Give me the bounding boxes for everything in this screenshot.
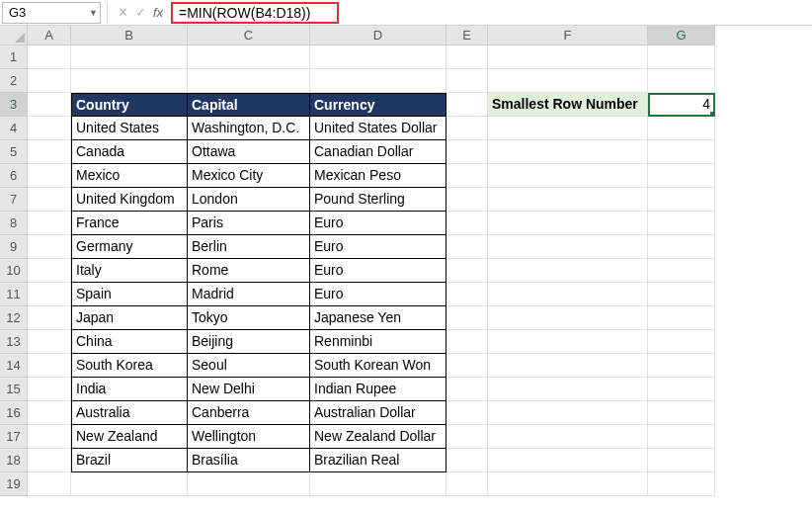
cell-currency-8[interactable]: Japanese Yen — [310, 306, 447, 330]
cell-A[interactable] — [28, 45, 71, 69]
cell-currency-1[interactable]: Canadian Dollar — [310, 140, 447, 164]
cell-currency-9[interactable]: Renminbi — [310, 330, 447, 354]
cell-country-5[interactable]: Germany — [71, 235, 188, 259]
header-capital[interactable]: Capital — [188, 93, 310, 117]
column-header-F[interactable]: F — [488, 26, 648, 45]
cell-F[interactable] — [488, 378, 648, 401]
row-header-1[interactable]: 1 — [0, 45, 28, 69]
cell-capital-8[interactable]: Tokyo — [188, 306, 310, 330]
cell-C[interactable] — [188, 69, 310, 93]
cell-G[interactable] — [648, 235, 715, 259]
cell-country-10[interactable]: South Korea — [71, 354, 188, 378]
cell-E[interactable] — [447, 235, 488, 259]
cell-E[interactable] — [447, 140, 488, 164]
cell-E[interactable] — [447, 425, 488, 449]
cell-A[interactable] — [28, 93, 71, 117]
cell-country-3[interactable]: United Kingdom — [71, 188, 188, 212]
cell-A[interactable] — [28, 401, 71, 425]
cell-country-1[interactable]: Canada — [71, 140, 188, 164]
cell-capital-2[interactable]: Mexico City — [188, 164, 310, 188]
cell-country-12[interactable]: Australia — [71, 401, 188, 425]
header-currency[interactable]: Currency — [310, 93, 447, 117]
cell-G[interactable] — [648, 401, 715, 425]
cell-capital-11[interactable]: New Delhi — [188, 378, 310, 401]
cell-A[interactable] — [28, 212, 71, 235]
cell-B[interactable] — [71, 45, 188, 69]
cell-F[interactable] — [488, 449, 648, 472]
cell-country-7[interactable]: Spain — [71, 283, 188, 306]
cell-country-14[interactable]: Brazil — [71, 449, 188, 472]
cell-E[interactable] — [447, 117, 488, 140]
cell-currency-6[interactable]: Euro — [310, 259, 447, 283]
cell-country-9[interactable]: China — [71, 330, 188, 354]
cell-capital-9[interactable]: Beijing — [188, 330, 310, 354]
cell-G[interactable] — [648, 69, 715, 93]
cell-E[interactable] — [447, 401, 488, 425]
cell-E[interactable] — [447, 306, 488, 330]
cell-G[interactable] — [648, 164, 715, 188]
cell-G[interactable] — [648, 378, 715, 401]
cell-F[interactable] — [488, 69, 648, 93]
cell-F[interactable] — [488, 140, 648, 164]
row-header-9[interactable]: 9 — [0, 235, 28, 259]
row-header-7[interactable]: 7 — [0, 188, 28, 212]
cell-G[interactable] — [648, 45, 715, 69]
cell-B[interactable] — [71, 69, 188, 93]
row-header-18[interactable]: 18 — [0, 449, 28, 472]
cell-C[interactable] — [188, 45, 310, 69]
cell-A[interactable] — [28, 472, 71, 496]
cell-currency-14[interactable]: Brazilian Real — [310, 449, 447, 472]
row-header-11[interactable]: 11 — [0, 283, 28, 306]
cell-D[interactable] — [310, 472, 447, 496]
column-header-C[interactable]: C — [188, 26, 310, 45]
smallest-row-label[interactable]: Smallest Row Number — [488, 93, 648, 117]
cell-capital-6[interactable]: Rome — [188, 259, 310, 283]
cell-A[interactable] — [28, 283, 71, 306]
cell-currency-3[interactable]: Pound Sterling — [310, 188, 447, 212]
cell-capital-3[interactable]: London — [188, 188, 310, 212]
cell-currency-10[interactable]: South Korean Won — [310, 354, 447, 378]
row-header-4[interactable]: 4 — [0, 117, 28, 140]
cell-currency-7[interactable]: Euro — [310, 283, 447, 306]
row-header-12[interactable]: 12 — [0, 306, 28, 330]
cell-country-8[interactable]: Japan — [71, 306, 188, 330]
cell-D[interactable] — [310, 69, 447, 93]
cell-country-4[interactable]: France — [71, 212, 188, 235]
column-header-A[interactable]: A — [28, 26, 71, 45]
cell-G[interactable] — [648, 188, 715, 212]
fx-icon[interactable]: fx — [149, 5, 167, 20]
name-box-dropdown-icon[interactable]: ▼ — [89, 8, 98, 18]
row-header-14[interactable]: 14 — [0, 354, 28, 378]
cell-F[interactable] — [488, 188, 648, 212]
cell-G[interactable] — [648, 354, 715, 378]
row-header-17[interactable]: 17 — [0, 425, 28, 449]
result-cell[interactable]: 4 — [648, 93, 715, 117]
cell-A[interactable] — [28, 354, 71, 378]
cell-currency-11[interactable]: Indian Rupee — [310, 378, 447, 401]
cell-A[interactable] — [28, 69, 71, 93]
cell-F[interactable] — [488, 472, 648, 496]
cell-G[interactable] — [648, 140, 715, 164]
cell-currency-13[interactable]: New Zealand Dollar — [310, 425, 447, 449]
cell-capital-7[interactable]: Madrid — [188, 283, 310, 306]
cell-A[interactable] — [28, 188, 71, 212]
row-header-5[interactable]: 5 — [0, 140, 28, 164]
cell-A[interactable] — [28, 306, 71, 330]
cell-G[interactable] — [648, 425, 715, 449]
cell-E[interactable] — [447, 330, 488, 354]
cell-F[interactable] — [488, 401, 648, 425]
row-header-2[interactable]: 2 — [0, 69, 28, 93]
cell-E[interactable] — [447, 472, 488, 496]
formula-input[interactable]: =MIN(ROW(B4:D18)) — [171, 2, 339, 24]
cell-A[interactable] — [28, 259, 71, 283]
row-header-13[interactable]: 13 — [0, 330, 28, 354]
row-header-8[interactable]: 8 — [0, 212, 28, 235]
cell-F[interactable] — [488, 330, 648, 354]
cell-country-0[interactable]: United States — [71, 117, 188, 140]
cell-G[interactable] — [648, 330, 715, 354]
cell-F[interactable] — [488, 45, 648, 69]
cell-A[interactable] — [28, 235, 71, 259]
cell-F[interactable] — [488, 212, 648, 235]
cell-A[interactable] — [28, 117, 71, 140]
cell-capital-10[interactable]: Seoul — [188, 354, 310, 378]
